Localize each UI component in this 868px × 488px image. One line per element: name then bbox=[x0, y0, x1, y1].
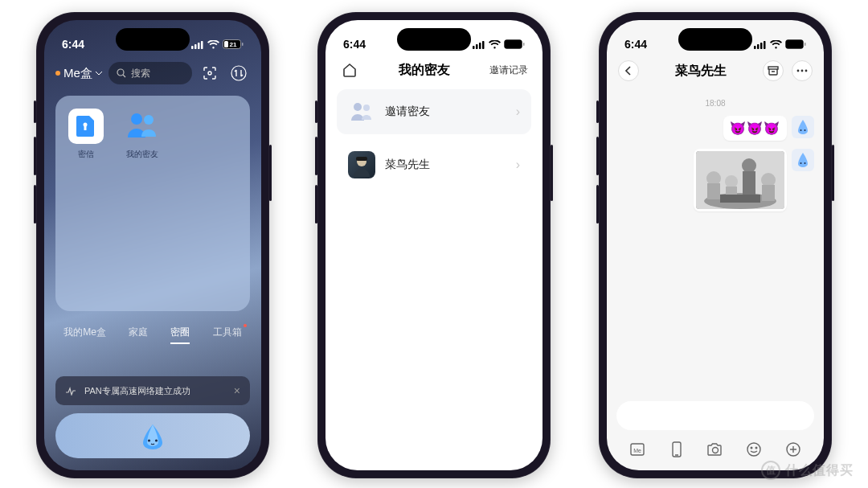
badge-dot bbox=[244, 324, 247, 327]
close-icon[interactable]: × bbox=[234, 384, 240, 397]
svg-text:21: 21 bbox=[512, 41, 519, 48]
avatar-icon bbox=[348, 151, 375, 178]
message-bubble[interactable] bbox=[694, 149, 787, 211]
row-label: 菜鸟先生 bbox=[385, 158, 430, 172]
svg-point-48 bbox=[725, 175, 738, 188]
scan-icon[interactable] bbox=[199, 62, 221, 84]
svg-point-42 bbox=[800, 129, 802, 131]
svg-text:Me: Me bbox=[633, 448, 641, 453]
svg-rect-35 bbox=[787, 41, 791, 47]
svg-point-10 bbox=[208, 72, 211, 75]
me-icon[interactable]: Me bbox=[628, 440, 647, 459]
status-time: 6:44 bbox=[624, 38, 647, 51]
svg-rect-23 bbox=[506, 41, 510, 47]
avatar-icon bbox=[792, 149, 814, 171]
toast-text: PAN专属高速网络建立成功 bbox=[84, 385, 190, 397]
svg-rect-18 bbox=[473, 46, 475, 49]
group-icon bbox=[350, 101, 374, 122]
brand-dropdown[interactable]: Me盒 bbox=[55, 66, 102, 81]
svg-rect-54 bbox=[720, 195, 760, 203]
more-icon[interactable] bbox=[792, 60, 813, 81]
phone-icon[interactable] bbox=[667, 440, 686, 459]
plus-icon[interactable] bbox=[784, 440, 803, 459]
sort-icon[interactable] bbox=[227, 62, 250, 84]
svg-rect-47 bbox=[707, 183, 720, 199]
dynamic-island bbox=[397, 28, 471, 51]
phone-frame-1: 6:44 21 Me盒 搜索 bbox=[36, 12, 269, 478]
svg-point-26 bbox=[354, 103, 362, 111]
svg-rect-2 bbox=[198, 43, 200, 49]
chat-image bbox=[696, 151, 784, 209]
svg-rect-51 bbox=[743, 171, 755, 195]
archive-icon[interactable] bbox=[763, 60, 784, 81]
svg-point-14 bbox=[131, 113, 142, 125]
phone-frame-3: 6:44 21 菜鸟先生 18:08 bbox=[599, 12, 832, 478]
svg-rect-7 bbox=[242, 43, 244, 46]
svg-point-39 bbox=[797, 70, 800, 72]
svg-rect-20 bbox=[479, 43, 481, 49]
network-toast: PAN专属高速网络建立成功 × bbox=[55, 376, 250, 405]
status-time: 6:44 bbox=[343, 38, 366, 51]
row-label: 邀请密友 bbox=[385, 105, 430, 119]
assistant-pill[interactable] bbox=[55, 413, 250, 458]
smile-icon[interactable] bbox=[744, 440, 764, 459]
svg-point-50 bbox=[742, 158, 756, 173]
svg-text:21: 21 bbox=[230, 41, 237, 48]
app-friends[interactable]: 我的密友 bbox=[125, 109, 160, 160]
svg-rect-21 bbox=[482, 41, 485, 49]
svg-rect-33 bbox=[764, 41, 766, 49]
invite-friend-row[interactable]: 邀请密友 › bbox=[337, 89, 531, 134]
camera-icon[interactable] bbox=[706, 440, 725, 459]
search-icon bbox=[117, 68, 126, 78]
tab-mebox[interactable]: 我的Me盒 bbox=[63, 326, 106, 344]
svg-rect-38 bbox=[768, 67, 778, 69]
svg-rect-5 bbox=[224, 41, 228, 47]
svg-rect-13 bbox=[84, 125, 87, 130]
bottom-tabs: 我的Me盒 家庭 密圈 工具箱 bbox=[44, 314, 261, 352]
message-emoji: 😈😈😈 bbox=[616, 116, 814, 141]
svg-point-56 bbox=[805, 162, 806, 164]
svg-point-17 bbox=[155, 439, 158, 441]
svg-rect-1 bbox=[194, 44, 197, 49]
tab-circle[interactable]: 密圈 bbox=[170, 326, 190, 344]
message-input[interactable] bbox=[616, 401, 814, 430]
svg-point-15 bbox=[144, 115, 154, 125]
svg-point-55 bbox=[800, 162, 802, 164]
svg-point-64 bbox=[756, 447, 758, 449]
chat-timestamp: 18:08 bbox=[616, 99, 814, 108]
svg-rect-25 bbox=[523, 43, 525, 46]
dynamic-island bbox=[678, 28, 752, 51]
svg-point-43 bbox=[805, 129, 806, 131]
svg-point-27 bbox=[363, 105, 370, 111]
page-title: 我的密友 bbox=[399, 62, 450, 79]
tab-tools[interactable]: 工具箱 bbox=[213, 326, 242, 344]
chevron-right-icon: › bbox=[516, 105, 520, 119]
svg-rect-30 bbox=[754, 46, 756, 49]
tab-family[interactable]: 家庭 bbox=[129, 326, 148, 344]
friend-row[interactable]: 菜鸟先生 › bbox=[337, 142, 531, 187]
app-label: 我的密友 bbox=[126, 149, 158, 160]
svg-point-63 bbox=[751, 447, 753, 449]
svg-rect-32 bbox=[760, 43, 763, 49]
svg-line-9 bbox=[123, 75, 125, 77]
phone-frame-2: 6:44 21 我的密友 邀请记录 邀请密友 › bbox=[317, 12, 551, 478]
chevron-right-icon: › bbox=[516, 158, 520, 172]
invite-log-link[interactable]: 邀请记录 bbox=[489, 64, 528, 77]
svg-point-40 bbox=[801, 70, 804, 72]
message-image bbox=[616, 149, 814, 211]
search-input[interactable]: 搜索 bbox=[108, 62, 192, 84]
svg-rect-29 bbox=[356, 157, 367, 161]
app-mixin[interactable]: 密信 bbox=[68, 109, 104, 160]
svg-point-16 bbox=[148, 439, 150, 441]
svg-rect-53 bbox=[762, 185, 775, 201]
chat-title: 菜鸟先生 bbox=[675, 63, 727, 80]
svg-point-8 bbox=[117, 69, 124, 76]
back-button[interactable] bbox=[618, 60, 639, 81]
svg-point-11 bbox=[231, 66, 246, 80]
svg-rect-37 bbox=[805, 43, 806, 46]
status-time: 6:44 bbox=[62, 38, 84, 51]
home-icon[interactable] bbox=[340, 60, 359, 80]
watermark: 值 什么值得买 bbox=[761, 461, 854, 480]
message-bubble[interactable]: 😈😈😈 bbox=[723, 116, 787, 141]
app-label: 密信 bbox=[78, 149, 94, 160]
